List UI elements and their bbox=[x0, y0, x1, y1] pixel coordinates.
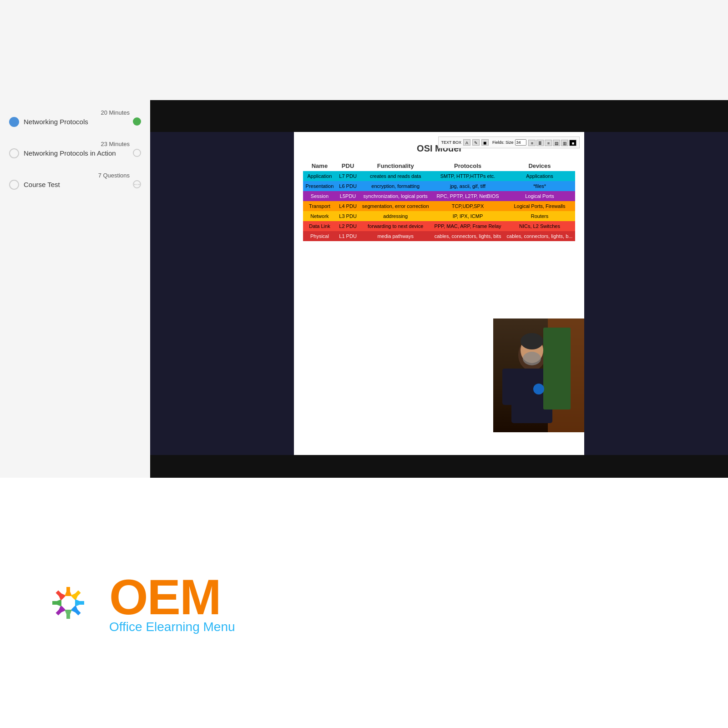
col-header-name: Name bbox=[303, 161, 337, 171]
osi-cell-1-2: encryption, formatting bbox=[359, 181, 432, 191]
toolbar-align-2[interactable]: ≣ bbox=[536, 140, 544, 146]
top-spacer bbox=[0, 0, 728, 100]
osi-cell-2-3: RPC, PPTP, L2TP, NetBIOS bbox=[432, 191, 504, 201]
toolbar-align-buttons: ≡ ≣ ≡ ▤ ▥ ■ bbox=[528, 140, 576, 146]
status-circle-2 bbox=[133, 149, 141, 157]
osi-cell-6-1: L1 PDU bbox=[336, 231, 359, 241]
duration-label-1: 20 Minutes bbox=[101, 109, 130, 116]
sidebar-text-1: Networking Protocols bbox=[24, 118, 88, 126]
video-container: TEXT BOX A ✎ ◼ Fields: Size ≡ ≣ ≡ ▤ ▥ ■ bbox=[150, 100, 728, 478]
sidebar-item-course-test[interactable]: 7 Questions Course Test bbox=[9, 172, 141, 190]
video-inner: TEXT BOX A ✎ ◼ Fields: Size ≡ ≣ ≡ ▤ ▥ ■ bbox=[294, 132, 585, 455]
osi-cell-1-3: jpg, ascii, gif, tiff bbox=[432, 181, 504, 191]
status-circle-3 bbox=[133, 180, 141, 188]
osi-table-row: SessionL5PDUsynchronization, logical por… bbox=[303, 191, 576, 201]
osi-cell-2-2: synchronization, logical ports bbox=[359, 191, 432, 201]
osi-table-row: TransportL4 PDUsegmentation, error corre… bbox=[303, 201, 576, 211]
osi-cell-2-4: Logical Ports bbox=[504, 191, 576, 201]
osi-cell-3-1: L4 PDU bbox=[336, 201, 359, 211]
sidebar-label-row-1: Networking Protocols bbox=[9, 116, 141, 127]
osi-cell-2-1: L5PDU bbox=[336, 191, 359, 201]
osi-cell-4-2: addressing bbox=[359, 211, 432, 221]
sidebar-label-row-3: Course Test bbox=[9, 179, 141, 190]
col-header-protocols: Protocols bbox=[432, 161, 504, 171]
toolbar-fields: Fields: Size bbox=[492, 140, 514, 145]
sidebar-text-2: Networking Protocols in Action bbox=[24, 149, 116, 157]
osi-table-row: PhysicalL1 PDUmedia pathwayscables, conn… bbox=[303, 231, 576, 241]
video-black-top bbox=[150, 100, 728, 132]
oem-letters: OEM bbox=[109, 572, 235, 622]
sidebar-indicator-1 bbox=[9, 117, 19, 127]
sidebar-indicator-2 bbox=[9, 148, 19, 158]
sidebar-item-networking-action[interactable]: 23 Minutes Networking Protocols in Actio… bbox=[9, 141, 141, 158]
osi-cell-0-4: Applications bbox=[504, 171, 576, 181]
toolbar-align-3[interactable]: ≡ bbox=[545, 140, 552, 146]
osi-cell-0-0: Application bbox=[303, 171, 337, 181]
osi-cell-5-2: forwarding to next device bbox=[359, 221, 432, 231]
sidebar-label-row-2: Networking Protocols in Action bbox=[9, 147, 141, 158]
osi-cell-6-0: Physical bbox=[303, 231, 337, 241]
osi-cell-5-3: PPP, MAC, ARP, Frame Relay bbox=[432, 221, 504, 231]
svg-rect-13 bbox=[52, 601, 61, 605]
osi-cell-0-3: SMTP, HTTP,HTTPs etc. bbox=[432, 171, 504, 181]
toolbar-align-5[interactable]: ▥ bbox=[561, 140, 568, 146]
logo-container: OEM Office Elearning Menu bbox=[36, 571, 235, 635]
osi-cell-1-0: Presentation bbox=[303, 181, 337, 191]
video-black-bottom bbox=[150, 455, 728, 478]
osi-cell-0-1: L7 PDU bbox=[336, 171, 359, 181]
osi-cell-5-1: L2 PDU bbox=[336, 221, 359, 231]
osi-cell-3-3: TCP,UDP,SPX bbox=[432, 201, 504, 211]
duration-label-3: 7 Questions bbox=[98, 172, 130, 179]
duration-label-2: 23 Minutes bbox=[101, 141, 130, 147]
toolbar-color-sq[interactable]: ■ bbox=[569, 140, 576, 146]
osi-table-row: ApplicationL7 PDUcreates and reads dataS… bbox=[303, 171, 576, 181]
toolbar-btn-1[interactable]: A bbox=[463, 139, 470, 146]
svg-point-9 bbox=[533, 384, 544, 394]
osi-cell-1-1: L6 PDU bbox=[336, 181, 359, 191]
webcam-area bbox=[493, 318, 584, 432]
osi-cell-6-4: cables, connectors, lights, b... bbox=[504, 231, 576, 241]
osi-cell-4-1: L3 PDU bbox=[336, 211, 359, 221]
sidebar-item-meta-2: 23 Minutes bbox=[9, 141, 141, 147]
col-header-pdu: PDU bbox=[336, 161, 359, 171]
osi-table-row: NetworkL3 PDUaddressingIP, IPX, ICMPRout… bbox=[303, 211, 576, 221]
osi-model-table: Name PDU Functionality Protocols Devices… bbox=[303, 161, 576, 241]
arrows-logo bbox=[36, 571, 100, 635]
toolbar-label: TEXT BOX bbox=[441, 140, 461, 145]
sidebar: 20 Minutes Networking Protocols 23 Minut… bbox=[0, 100, 150, 478]
osi-cell-2-0: Session bbox=[303, 191, 337, 201]
toolbar-size-input[interactable] bbox=[515, 139, 526, 146]
osi-cell-1-4: *files* bbox=[504, 181, 576, 191]
oem-text-container: OEM Office Elearning Menu bbox=[109, 572, 235, 634]
col-header-functionality: Functionality bbox=[359, 161, 432, 171]
svg-point-6 bbox=[523, 352, 541, 365]
osi-cell-3-0: Transport bbox=[303, 201, 337, 211]
osi-cell-3-4: Logical Ports, Firewalls bbox=[504, 201, 576, 211]
osi-cell-5-0: Data Link bbox=[303, 221, 337, 231]
osi-table-header: Name PDU Functionality Protocols Devices bbox=[303, 161, 576, 171]
osi-cell-0-2: creates and reads data bbox=[359, 171, 432, 181]
toolbar-align-1[interactable]: ≡ bbox=[528, 140, 536, 146]
osi-table-row: Data LinkL2 PDUforwarding to next device… bbox=[303, 221, 576, 231]
col-header-devices: Devices bbox=[504, 161, 576, 171]
sidebar-item-meta-1: 20 Minutes bbox=[9, 109, 141, 116]
oem-arrows-svg bbox=[36, 571, 100, 635]
toolbar-btn-3[interactable]: ◼ bbox=[481, 139, 489, 146]
sidebar-item-networking-protocols[interactable]: 20 Minutes Networking Protocols bbox=[9, 109, 141, 127]
svg-rect-21 bbox=[75, 601, 84, 605]
slide-toolbar: TEXT BOX A ✎ ◼ Fields: Size ≡ ≣ ≡ ▤ ▥ ■ bbox=[438, 136, 580, 148]
toolbar-btn-2[interactable]: ✎ bbox=[472, 139, 480, 146]
toolbar-align-4[interactable]: ▤ bbox=[553, 140, 560, 146]
osi-cell-4-4: Routers bbox=[504, 211, 576, 221]
osi-cell-4-3: IP, IPX, ICMP bbox=[432, 211, 504, 221]
svg-rect-3 bbox=[502, 369, 516, 405]
sidebar-item-meta-3: 7 Questions bbox=[9, 172, 141, 179]
osi-table-row: PresentationL6 PDUencryption, formatting… bbox=[303, 181, 576, 191]
bottom-section: OEM Office Elearning Menu bbox=[0, 478, 728, 728]
svg-rect-8 bbox=[543, 328, 571, 410]
osi-cell-6-2: media pathways bbox=[359, 231, 432, 241]
oem-subtitle: Office Elearning Menu bbox=[109, 620, 235, 634]
osi-cell-3-2: segmentation, error correction bbox=[359, 201, 432, 211]
osi-cell-6-3: cables, connectors, lights, bits bbox=[432, 231, 504, 241]
status-circle-1 bbox=[133, 117, 141, 126]
